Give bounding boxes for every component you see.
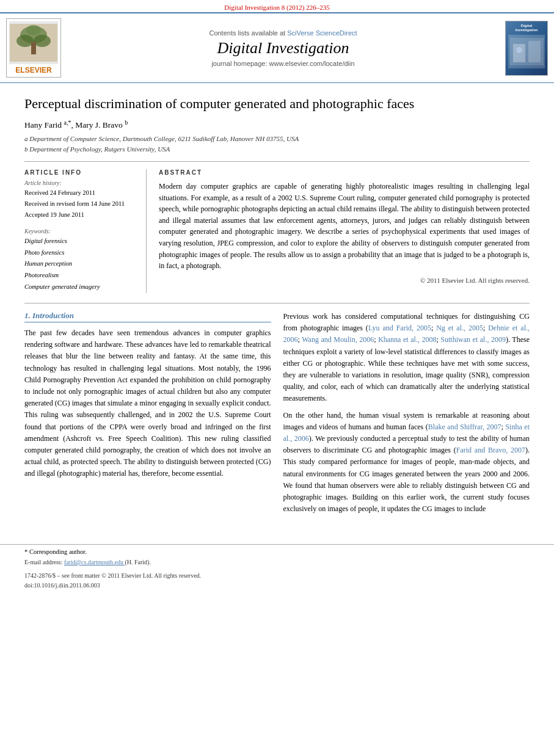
section1-para1: The past few decades have seen tremendou… (24, 327, 271, 479)
revised-date: Received in revised form 14 June 2011 (24, 198, 137, 209)
author-names: Hany Farid a,*, Mary J. Bravo b (24, 120, 128, 129)
email-label: E-mail address: (24, 559, 62, 565)
journal-homepage: journal homepage: www.elsevier.com/locat… (67, 60, 499, 67)
svg-point-5 (26, 25, 41, 35)
ref-farid-bravo[interactable]: Farid and Bravo, 2007 (456, 446, 525, 454)
ref-ng[interactable]: Ng et al., 2005 (436, 324, 483, 332)
history-label: Article history: (24, 180, 137, 186)
keywords-section: Keywords: Digital forensics Photo forens… (24, 228, 137, 293)
main-content: Perceptual discrimination of computer ge… (0, 83, 554, 532)
keyword-list: Digital forensics Photo forensics Human … (24, 236, 137, 293)
email-line: E-mail address: farid@cs.dartmouth.edu (… (24, 558, 530, 567)
copyright-text: © 2011 Elsevier Ltd. All rights reserved… (159, 277, 530, 284)
keyword-1: Digital forensics (24, 236, 137, 247)
elsevier-tree-svg (10, 24, 57, 62)
journal-thumbnail: DigitalInvestigation (505, 21, 548, 76)
journal-center: Contents lists available at SciVerse Sci… (67, 29, 499, 67)
affiliation-a: a Department of Computer Science, Dartmo… (24, 134, 530, 144)
svg-rect-4 (31, 42, 36, 54)
authors-line: Hany Farid a,*, Mary J. Bravo b (24, 119, 530, 131)
page-footer: * Corresponding author. E-mail address: … (0, 544, 554, 597)
affiliation-b: b Department of Psychology, Rutgers Univ… (24, 144, 530, 154)
keywords-label: Keywords: (24, 228, 137, 234)
received-date: Received 24 February 2011 (24, 187, 137, 198)
accepted-date: Accepted 19 June 2011 (24, 209, 137, 220)
sciverse-line: Contents lists available at SciVerse Sci… (67, 29, 499, 37)
body-columns: 1. Introduction The past few decades hav… (24, 311, 530, 520)
svg-point-3 (34, 35, 51, 47)
abstract-section: ABSTRACT Modern day computer graphics ar… (159, 169, 530, 293)
corr-star: * Corresponding author. (24, 548, 87, 555)
journal-header: ELSEVIER Contents lists available at Sci… (0, 12, 554, 83)
elsevier-logo: ELSEVIER (6, 18, 61, 78)
elsevier-wordmark: ELSEVIER (9, 66, 58, 75)
abstract-text: Modern day computer graphics are capable… (159, 181, 530, 272)
keyword-2: Photo forensics (24, 247, 137, 259)
ref-khanna[interactable]: Khanna et al., 2008 (378, 335, 436, 344)
info-abstract-section: ARTICLE INFO Article history: Received 2… (24, 169, 530, 293)
divider-1 (24, 161, 530, 162)
email-link[interactable]: farid@cs.dartmouth.edu (64, 559, 125, 565)
ref-sutthiwan[interactable]: Sutthiwan et al., 2009 (440, 335, 506, 344)
issn-line: 1742-2876/$ – see front matter © 2011 El… (24, 571, 530, 591)
doi-text: Digital Investigation 8 (2012) 226–235 (224, 4, 329, 11)
svg-rect-8 (528, 41, 541, 62)
body-right-column: Previous work has considered computation… (283, 311, 530, 520)
thumb-image (508, 35, 545, 68)
journal-title: Digital Investigation (67, 39, 499, 57)
corresponding-author-label: * Corresponding author. (24, 548, 530, 555)
ref-wang[interactable]: Wang and Moulin, 2006 (302, 335, 374, 344)
history-dates: Received 24 February 2011 Received in re… (24, 187, 137, 220)
article-info-title: ARTICLE INFO (24, 169, 137, 176)
doi-bar: Digital Investigation 8 (2012) 226–235 (0, 0, 554, 12)
thumb-image-svg (510, 38, 544, 65)
article-title: Perceptual discrimination of computer ge… (24, 95, 530, 113)
ref-blake[interactable]: Blake and Shiffrar, 2007 (428, 423, 501, 431)
email-suffix: (H. Farid). (125, 559, 151, 565)
sciverse-link[interactable]: SciVerse ScienceDirect (287, 29, 357, 37)
body-left-column: 1. Introduction The past few decades hav… (24, 311, 271, 520)
svg-point-9 (516, 47, 522, 53)
section1-para2: Previous work has considered computation… (283, 311, 530, 405)
keyword-5: Computer generated imagery (24, 282, 137, 293)
ref-lyu-farid[interactable]: Lyu and Farid, 2005 (368, 324, 431, 332)
keyword-3: Human perception (24, 258, 137, 270)
section1-para3: On the other hand, the human visual syst… (283, 410, 530, 515)
abstract-title: ABSTRACT (159, 169, 530, 176)
section1-heading: 1. Introduction (24, 311, 271, 322)
article-info-column: ARTICLE INFO Article history: Received 2… (24, 169, 147, 293)
elsevier-tree-image (9, 21, 58, 64)
divider-2 (24, 303, 530, 303)
keyword-4: Photorealism (24, 270, 137, 282)
svg-point-2 (16, 35, 34, 47)
affiliations: a Department of Computer Science, Dartmo… (24, 134, 530, 154)
thumb-title: DigitalInvestigation (515, 24, 538, 32)
